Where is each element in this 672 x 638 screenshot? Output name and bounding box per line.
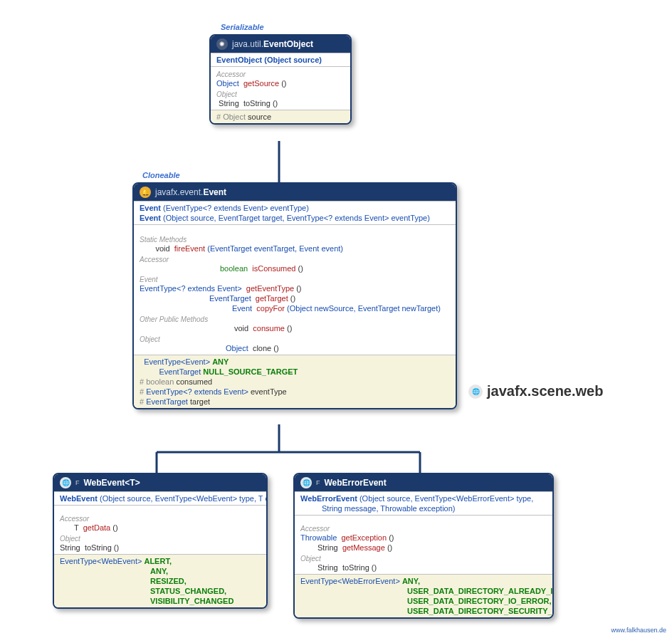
object-label: Object (300, 553, 547, 563)
package-name: javafx.scene.web (487, 383, 603, 399)
ctor: Event (140, 214, 161, 222)
field-name: USER_DATA_DIRECTORY_SECURITY_ERROR (407, 607, 554, 615)
method-name: isConsumed (252, 264, 295, 273)
ret-type: String (317, 563, 338, 572)
method-name: toString (85, 543, 112, 552)
class-web-event: 🌐 F WebEvent<T> WebEvent (Object source,… (53, 473, 268, 609)
class-name: Event (203, 187, 226, 197)
constructors: WebEvent (Object source, EventType<WebEv… (54, 491, 266, 505)
static-label: Static Methods (140, 234, 450, 244)
stereotype-cloneable: Cloneable (142, 171, 180, 179)
args: (Object newSource, EventTarget newTarget… (287, 304, 441, 313)
constructors: EventObject (Object source) (211, 53, 350, 66)
field-type: EventTarget (159, 367, 201, 376)
fields: EventType<Event> ANY EventTarget NULL_SO… (134, 355, 456, 408)
globe-icon: 🌐 (60, 477, 71, 488)
ret-type: String (317, 543, 338, 552)
method-name: fireEvent (174, 244, 205, 253)
class-event: 🔔 javafx.event.Event Event (EventType<? … (132, 182, 457, 409)
field-name: STATUS_CHANGED, (150, 587, 226, 595)
ret-type: T (74, 523, 79, 532)
field-name: ANY, (150, 567, 168, 575)
class-header: ✺ java.util.EventObject (211, 36, 350, 53)
ret-type: Throwable (300, 533, 337, 542)
accessor-label: Accessor (140, 253, 450, 263)
ctor: EventObject (Object source) (216, 56, 322, 64)
package-title: 🌐 javafx.scene.web (468, 383, 603, 399)
class-name: WebErrorEvent (325, 478, 387, 488)
method-name: getSource (243, 79, 279, 88)
field-name: source (248, 113, 271, 121)
accessor-label: Accessor (216, 68, 345, 78)
ctor-args: (EventType<? extends Event> eventType) (163, 204, 309, 212)
bell-icon: 🔔 (140, 187, 151, 198)
method-name: getEventType (246, 284, 294, 293)
methods: Accessor Throwable getException () Strin… (295, 515, 552, 574)
method-name: copyFor (256, 304, 285, 313)
gear-icon: ✺ (216, 38, 228, 50)
ret-type: EventType<? extends Event> (140, 284, 242, 293)
field-name: ALERT, (144, 557, 172, 565)
package-label: javafx.event. (155, 187, 203, 197)
field-name: VISIBILITY_CHANGED (150, 597, 233, 605)
class-web-error-event: 🌐 F WebErrorEvent WebErrorEvent (Object … (293, 473, 554, 619)
ret-type: String (219, 99, 239, 108)
class-name: WebEvent<T> (84, 478, 140, 488)
ctor: Event (140, 204, 161, 212)
field-type: # Object (216, 113, 246, 121)
field-type: EventType<WebErrorEvent> (300, 577, 400, 585)
stereotype-serializable: Serializable (221, 23, 264, 31)
ctor-args: (Object source, EventTarget target, Even… (163, 214, 430, 222)
field-type: EventType<WebEvent> (60, 557, 142, 565)
ret-type: EventTarget (209, 294, 251, 303)
methods: Accessor T getData () Object String toSt… (54, 505, 266, 554)
method-name: getData (83, 523, 111, 532)
field-name: consumed (176, 377, 212, 386)
accessor-label: Accessor (60, 513, 261, 523)
final-marker: F (75, 479, 80, 486)
footer-link[interactable]: www.falkhausen.de (611, 627, 666, 634)
field-type: EventType<Event> (144, 357, 210, 366)
methods: Static Methods void fireEvent (EventTarg… (134, 224, 456, 355)
method-name: toString (243, 99, 271, 108)
class-name: EventObject (263, 39, 313, 49)
ctor-args: (Object source, EventType<WebEvent> type… (100, 494, 268, 503)
class-header: 🌐 F WebErrorEvent (295, 474, 552, 491)
ctor-args: (Object source, EventType<WebErrorEvent>… (359, 494, 533, 503)
field-name: target (190, 397, 210, 406)
constructors: WebErrorEvent (Object source, EventType<… (295, 491, 552, 515)
ret-type: void (234, 324, 248, 333)
method-name: getMessage (342, 543, 385, 552)
field-name: ANY (212, 357, 229, 366)
methods: Accessor Object getSource () Object Stri… (211, 66, 350, 110)
field-name: ANY, (402, 577, 420, 585)
method-name: getException (341, 533, 387, 542)
object-label: Object (140, 333, 450, 343)
field-name: RESIZED, (150, 577, 187, 585)
object-label: Object (60, 533, 261, 543)
field-name: NULL_SOURCE_TARGET (203, 367, 298, 376)
other-label: Other Public Methods (140, 313, 450, 323)
globe-icon: 🌐 (300, 477, 312, 488)
event-label: Event (140, 273, 450, 283)
constructors: Event (EventType<? extends Event> eventT… (134, 201, 456, 224)
method-name: toString (342, 563, 369, 572)
ret-type: Event (232, 304, 252, 313)
method-name: consume (253, 324, 285, 333)
field-type: # boolean (140, 377, 174, 386)
field-name: USER_DATA_DIRECTORY_ALREADY_IN_USE, (407, 587, 554, 595)
ctor: WebEvent (60, 494, 98, 503)
fields: EventType<WebErrorEvent> ANY, USER_DATA_… (295, 574, 552, 617)
fields: # Object source (211, 110, 350, 123)
fields: EventType<WebEvent> ALERT, ANY, RESIZED,… (54, 554, 266, 607)
ret-type: boolean (220, 264, 248, 273)
ret-type: String (60, 543, 80, 552)
package-label: java.util. (232, 39, 263, 49)
method-name: getTarget (256, 294, 288, 303)
override-label: Object (216, 88, 345, 98)
accessor-label: Accessor (300, 523, 547, 533)
method-name: clone (253, 344, 271, 352)
final-marker: F (316, 479, 320, 486)
globe-icon: 🌐 (468, 385, 483, 399)
class-header: 🌐 F WebEvent<T> (54, 474, 266, 491)
